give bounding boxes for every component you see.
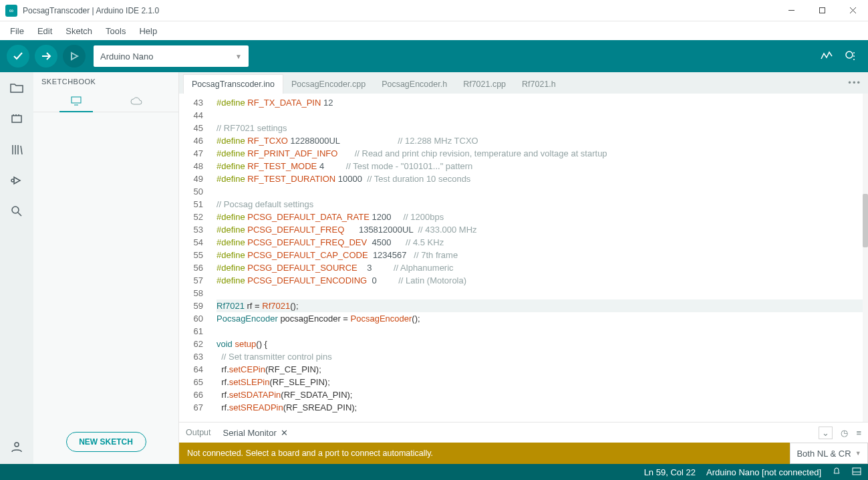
- library-manager-button[interactable]: [9, 142, 25, 158]
- scrollbar-thumb[interactable]: [863, 194, 868, 247]
- user-icon: [10, 440, 23, 453]
- close-icon: [849, 7, 857, 14]
- minimize-button[interactable]: [776, 0, 807, 21]
- svg-marker-18: [14, 177, 20, 184]
- chevron-down-icon: ▼: [855, 450, 861, 457]
- tab-2[interactable]: PocsagEncoder.h: [374, 75, 455, 94]
- svg-point-20: [12, 207, 19, 213]
- panel-icon: [852, 467, 861, 475]
- serial-monitor-tab[interactable]: Serial Monitor ✕: [223, 428, 288, 438]
- bell-icon: [832, 467, 841, 476]
- library-icon: [10, 143, 23, 156]
- search-button[interactable]: [9, 203, 25, 219]
- close-tab-icon[interactable]: ✕: [281, 428, 288, 438]
- svg-point-22: [15, 443, 19, 447]
- line-ending-value: Both NL & CR: [797, 449, 851, 459]
- line-ending-select[interactable]: Both NL & CR ▼: [790, 443, 868, 464]
- upload-button[interactable]: [35, 45, 57, 68]
- maximize-icon: [819, 7, 826, 14]
- connection-warning: Not connected. Select a board and a port…: [179, 443, 790, 464]
- clock-icon[interactable]: ◷: [841, 428, 848, 438]
- notifications-button[interactable]: [832, 467, 841, 478]
- cursor-position: Ln 59, Col 22: [644, 467, 696, 477]
- svg-rect-1: [819, 8, 825, 13]
- svg-point-9: [853, 59, 855, 60]
- menu-tools[interactable]: Tools: [100, 24, 132, 38]
- menu-help[interactable]: Help: [133, 24, 163, 38]
- toolbar: Arduino Nano ▼: [0, 40, 868, 72]
- expand-down-button[interactable]: ⌄: [819, 427, 833, 439]
- menu-sketch[interactable]: Sketch: [59, 24, 98, 38]
- boards-manager-button[interactable]: [9, 111, 25, 127]
- svg-rect-25: [853, 468, 861, 475]
- cloud-icon: [130, 97, 143, 106]
- status-bar: Ln 59, Col 22 Arduino Nano [not connecte…: [0, 464, 868, 480]
- menubar: File Edit Sketch Tools Help: [0, 21, 868, 40]
- plotter-icon: [820, 49, 833, 63]
- tab-4[interactable]: Rf7021.h: [514, 75, 564, 94]
- local-tab[interactable]: [59, 91, 93, 112]
- svg-rect-10: [12, 116, 21, 122]
- titlebar: ∞ PocsagTranscoder | Arduino IDE 2.1.0: [0, 0, 868, 21]
- tab-0[interactable]: PocsagTranscoder.ino: [183, 74, 283, 94]
- code-editor[interactable]: 4344454647484950515253545556575859606162…: [179, 94, 868, 422]
- account-button[interactable]: [9, 439, 25, 455]
- output-tab[interactable]: Output: [186, 428, 211, 437]
- bottom-panel: Output Serial Monitor ✕ ⌄ ◷ ≡ Not connec…: [179, 422, 868, 464]
- tab-1[interactable]: PocsagEncoder.cpp: [283, 75, 374, 94]
- scrollbar[interactable]: [863, 94, 868, 422]
- close-button[interactable]: [837, 0, 868, 21]
- debug-panel-button[interactable]: [9, 172, 25, 189]
- app-icon: ∞: [5, 5, 17, 17]
- svg-point-8: [853, 55, 855, 57]
- status-board[interactable]: Arduino Nano [not connected]: [706, 467, 821, 477]
- panel-title: SKETCHBOOK: [33, 72, 178, 91]
- close-panel-button[interactable]: [852, 467, 861, 477]
- maximize-button[interactable]: [807, 0, 837, 21]
- main-area: SKETCHBOOK NEW SKETCH PocsagTranscoder.i…: [0, 72, 868, 464]
- check-icon: [12, 50, 24, 62]
- search-icon: [10, 205, 23, 218]
- play-bug-icon: [10, 174, 23, 187]
- window-title: PocsagTranscoder | Arduino IDE 2.1.0: [23, 6, 159, 15]
- arrow-right-icon: [40, 50, 52, 62]
- line-gutter: 4344454647484950515253545556575859606162…: [179, 94, 216, 422]
- editor-area: PocsagTranscoder.ino PocsagEncoder.cpp P…: [179, 72, 868, 464]
- menu-file[interactable]: File: [4, 24, 30, 38]
- svg-marker-5: [71, 53, 78, 59]
- menu-edit[interactable]: Edit: [31, 24, 58, 38]
- debug-icon: [68, 50, 80, 62]
- window-controls: [776, 0, 868, 21]
- debug-button[interactable]: [63, 45, 86, 68]
- code-lines: #define RF_TX_DATA_PIN 12 // RF7021 sett…: [216, 94, 868, 422]
- svg-rect-23: [71, 97, 81, 103]
- activity-bar: [0, 72, 33, 464]
- serial-monitor-button[interactable]: [844, 49, 857, 63]
- board-selector[interactable]: Arduino Nano ▼: [94, 45, 249, 67]
- svg-point-7: [853, 52, 855, 53]
- new-sketch-button[interactable]: NEW SKETCH: [66, 432, 146, 452]
- editor-tabs: PocsagTranscoder.ino PocsagEncoder.cpp P…: [179, 72, 868, 94]
- verify-button[interactable]: [7, 45, 29, 68]
- chevron-down-icon: ▼: [235, 53, 242, 60]
- sketchbook-panel: SKETCHBOOK NEW SKETCH: [33, 72, 179, 464]
- magnifier-icon: [844, 49, 857, 63]
- serial-monitor-label: Serial Monitor: [223, 428, 277, 438]
- svg-line-17: [21, 146, 22, 154]
- minimize-icon: [788, 7, 795, 14]
- clear-output-button[interactable]: ≡: [856, 428, 861, 438]
- computer-icon: [70, 96, 82, 106]
- serial-plotter-button[interactable]: [820, 49, 833, 63]
- svg-point-6: [846, 51, 853, 58]
- sketchbook-button[interactable]: [9, 80, 25, 96]
- cloud-tab[interactable]: [120, 91, 153, 112]
- board-icon: [10, 112, 23, 126]
- board-name: Arduino Nano: [100, 51, 154, 62]
- folder-icon: [9, 82, 24, 94]
- svg-point-19: [11, 179, 14, 182]
- svg-line-21: [18, 213, 21, 216]
- tab-3[interactable]: Rf7021.cpp: [455, 75, 514, 94]
- tab-overflow-button[interactable]: •••: [848, 78, 861, 88]
